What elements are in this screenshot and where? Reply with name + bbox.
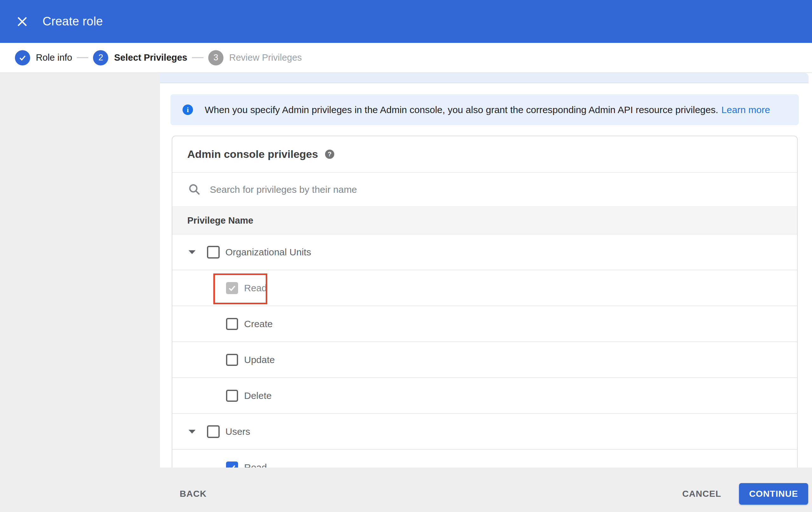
info-icon: i [182, 105, 193, 115]
checkbox-organizational-units[interactable] [207, 246, 220, 259]
privilege-label: Create [244, 319, 273, 329]
step-select-privileges[interactable]: 2 Select Privileges [93, 50, 187, 65]
info-banner: i When you specify Admin privileges in t… [171, 94, 799, 125]
expand-arrow-icon[interactable] [188, 250, 196, 254]
step-label: Review Privileges [229, 52, 302, 63]
create-role-dialog: Create role Role info 2 Select Privilege… [0, 0, 812, 512]
app-bar: Create role [0, 0, 812, 43]
search-icon [188, 183, 201, 196]
card-title: Admin console privileges [187, 148, 318, 160]
privilege-label: Delete [244, 390, 272, 401]
stepper: Role info 2 Select Privileges 3 Review P… [0, 43, 812, 73]
highlight-box [213, 273, 267, 304]
table-header-label: Privilege Name [187, 215, 253, 226]
continue-button[interactable]: CONTINUE [739, 483, 808, 505]
step-role-info[interactable]: Role info [15, 50, 72, 65]
learn-more-link[interactable]: Learn more [722, 105, 770, 115]
privilege-row: Create [172, 306, 797, 342]
expand-arrow-icon[interactable] [188, 430, 196, 434]
card-title-row: Admin console privileges ? [172, 136, 797, 172]
step-separator [192, 57, 203, 58]
privilege-tree: Organizational UnitsReadCreateUpdateDele… [172, 235, 797, 467]
privilege-row: Update [172, 342, 797, 378]
checkbox-update[interactable] [226, 354, 238, 366]
content-top-band [160, 73, 809, 83]
privilege-row: Organizational Units [172, 235, 797, 270]
page-title: Create role [42, 15, 103, 28]
step-label: Role info [36, 52, 72, 63]
banner-text: When you specify Admin privileges in the… [205, 105, 718, 115]
left-gutter-panel [0, 73, 160, 467]
step-label: Select Privileges [114, 52, 187, 63]
privilege-label: Read [244, 462, 267, 468]
privilege-label: Users [225, 426, 250, 437]
privilege-label: Organizational Units [225, 247, 311, 258]
step-number: 2 [93, 50, 108, 65]
footer-bar: BACK CANCEL CONTINUE [0, 467, 812, 512]
step-check-icon [15, 50, 30, 65]
help-icon[interactable]: ? [325, 150, 334, 159]
step-separator [77, 57, 88, 58]
step-number: 3 [208, 50, 224, 65]
search-input[interactable] [209, 184, 687, 195]
step-review-privileges[interactable]: 3 Review Privileges [208, 50, 302, 65]
privilege-row: Delete [172, 378, 797, 414]
checkbox-read[interactable] [226, 461, 238, 468]
checkbox-users[interactable] [207, 425, 220, 438]
checkbox-create[interactable] [226, 318, 238, 330]
privilege-row: Users [172, 414, 797, 450]
privilege-row: Read [172, 450, 797, 467]
close-icon[interactable] [15, 15, 29, 29]
back-button[interactable]: BACK [180, 489, 207, 499]
checkbox-delete[interactable] [226, 390, 238, 402]
privilege-label: Update [244, 354, 275, 365]
search-row [172, 172, 797, 207]
cancel-button[interactable]: CANCEL [682, 489, 721, 499]
table-header-row: Privilege Name [172, 207, 797, 235]
